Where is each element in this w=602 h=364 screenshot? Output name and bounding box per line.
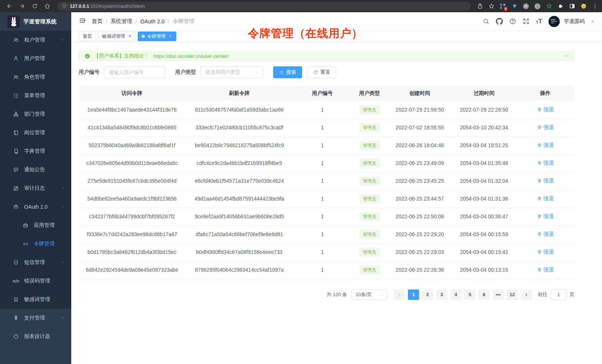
force-logout-button[interactable]: 强退: [537, 124, 554, 131]
sidebar-item-user[interactable]: 用户管理: [0, 49, 71, 68]
goto-page-input[interactable]: [550, 289, 567, 300]
sidebar-item-notice[interactable]: 通知公告: [0, 161, 71, 179]
cell-user-id: 1: [293, 190, 351, 208]
page-button-3[interactable]: 3: [436, 289, 447, 300]
goto-suffix: 页: [570, 291, 575, 298]
user-type-label: 用户类型: [175, 69, 196, 76]
force-logout-button[interactable]: 强退: [537, 267, 554, 273]
force-logout-button[interactable]: 强退: [537, 160, 554, 166]
force-logout-button[interactable]: 强退: [537, 213, 554, 220]
sidebar-item-pay[interactable]: ¥ 支付管理: [0, 309, 71, 327]
forward-button[interactable]: [16, 1, 27, 11]
breadcrumb-system[interactable]: 系统管理: [111, 18, 132, 25]
extension-tag-assistant-icon[interactable]: 9: [500, 3, 506, 10]
page-info-icon[interactable]: [62, 3, 67, 10]
cell-user-id: 1: [293, 136, 351, 154]
close-icon[interactable]: [128, 34, 132, 39]
sidebar-item-oauth2[interactable]: OAuth 2.0: [0, 198, 71, 216]
extension-shortcut-icon[interactable]: ⌘: [523, 3, 529, 10]
close-icon[interactable]: [169, 34, 172, 39]
sidebar-item-oauth2-token[interactable]: 令牌管理: [0, 235, 71, 253]
side-panel-icon[interactable]: [569, 3, 575, 10]
sidebar-item-post[interactable]: 岗位管理: [0, 123, 71, 142]
extension-gem-icon[interactable]: [511, 3, 518, 10]
browser-menu-icon[interactable]: [592, 3, 598, 10]
page-ellipsis[interactable]: •••: [493, 289, 504, 300]
tab-sensitive-word[interactable]: 敏感词管理: [98, 32, 136, 41]
sidebar-item-tenant[interactable]: 租户管理: [0, 31, 71, 49]
force-logout-button[interactable]: 强退: [537, 142, 554, 149]
page-button-2[interactable]: 2: [422, 289, 433, 300]
user-type-tag: 管理员: [360, 248, 380, 256]
extensions-puzzle-icon[interactable]: [557, 3, 564, 10]
home-button[interactable]: [42, 1, 53, 11]
back-button[interactable]: [4, 1, 15, 11]
force-logout-button[interactable]: 强退: [537, 195, 554, 202]
cell-refresh-token: e6cfd40eb1f54571a31e775e039c4624: [185, 172, 293, 190]
user-id-label: 用户编号: [79, 69, 99, 76]
col-expire-time: 过期时间: [452, 86, 516, 101]
page-button-12[interactable]: 12: [507, 289, 518, 300]
profile-emoji-icon[interactable]: [580, 3, 587, 10]
sidebar-item-role[interactable]: 角色管理: [0, 68, 71, 86]
chat-bubble-icon: [13, 167, 19, 173]
sidebar-item-sensitive-word[interactable]: 敏感词管理: [0, 290, 71, 309]
sidebar-item-audit-log[interactable]: 审计日志: [0, 179, 71, 198]
search-icon[interactable]: [482, 18, 490, 25]
goto-label: 前往: [538, 291, 547, 298]
page-button-5[interactable]: 5: [464, 289, 475, 300]
force-logout-button[interactable]: 强退: [537, 231, 554, 238]
force-logout-button[interactable]: 强退: [537, 178, 554, 184]
sidebar-item-dict[interactable]: 字典管理: [0, 142, 71, 161]
share-icon[interactable]: [477, 3, 483, 10]
search-button[interactable]: 搜索: [273, 66, 302, 78]
chevron-up-icon: [61, 204, 65, 210]
page-button-6[interactable]: 6: [478, 289, 490, 300]
page-size-select[interactable]: 10条/页: [351, 289, 387, 300]
breadcrumb-oauth2[interactable]: OAuth 2.0: [140, 19, 164, 24]
sidebar-item-menu[interactable]: 菜单管理: [0, 86, 71, 105]
sidebar-item-oauth2-app[interactable]: 应用管理: [0, 216, 71, 235]
user-id-input[interactable]: [104, 66, 166, 78]
font-size-icon[interactable]: TT: [536, 18, 542, 24]
extension-green-star-icon[interactable]: [546, 3, 552, 10]
table-header-row: 访问令牌 刷新令牌 用户编号 用户类型 创建时间 过期时间 操作: [79, 86, 575, 101]
username[interactable]: 芋道源码: [564, 18, 585, 25]
breadcrumb-home[interactable]: 首页: [92, 18, 102, 25]
prev-page-button[interactable]: [394, 289, 405, 300]
force-logout-button[interactable]: 强退: [537, 106, 554, 113]
user-avatar[interactable]: [549, 16, 560, 27]
help-icon[interactable]: [509, 18, 516, 25]
tab-token[interactable]: 令牌管理: [138, 32, 176, 41]
sidebar-item-sms[interactable]: 短信管理: [0, 253, 71, 272]
github-icon[interactable]: [496, 18, 503, 25]
reload-button[interactable]: [29, 1, 40, 11]
cell-actions: 强退: [516, 172, 575, 190]
sidebar-item-label: 报表设计器: [24, 333, 50, 340]
cell-create-time: 2022-06-25 22:26:36: [387, 261, 452, 279]
cell-refresh-token: 333ecfc71e02480cb11055c875c3ca0f: [185, 119, 293, 136]
cell-expire-time: 2054-03-10 20:42:34: [452, 119, 516, 136]
url-bar[interactable]: 127.0.0.1:1024/system/oauth2/token: [57, 2, 471, 11]
sidebar-item-errcode[interactable]: </> 错误码管理: [0, 272, 71, 290]
reset-button[interactable]: 重置: [307, 66, 336, 78]
sidebar-item-dept[interactable]: 部门管理: [0, 105, 71, 123]
chevron-down-icon[interactable]: [591, 18, 595, 25]
cell-access-token: 502375b8040a469a9b82188afdf6af1f: [79, 136, 185, 154]
next-page-button[interactable]: [521, 289, 532, 300]
user-type-select[interactable]: 请选择用户类型: [200, 66, 263, 78]
table-row: 6d842e2924594de9a09e45e087323abe8796295f…: [79, 261, 575, 279]
sidebar-collapse-icon[interactable]: [79, 17, 86, 26]
app-logo[interactable]: 芋道管理系统: [0, 12, 71, 31]
doc-link[interactable]: https://doc.iocoder.cn/user-center/: [154, 53, 229, 59]
sidebar-item-report-designer[interactable]: 报表设计器: [0, 327, 71, 346]
close-icon[interactable]: [565, 53, 569, 59]
bookmark-star-icon[interactable]: [488, 3, 495, 10]
tab-home[interactable]: 首页: [79, 32, 96, 41]
trash-icon: [537, 143, 542, 148]
fullscreen-icon[interactable]: [523, 18, 530, 25]
extension-recorder-icon[interactable]: [534, 3, 541, 10]
force-logout-button[interactable]: 强退: [537, 249, 554, 255]
page-button-4[interactable]: 4: [450, 289, 461, 300]
page-button-1[interactable]: 1: [408, 289, 419, 300]
